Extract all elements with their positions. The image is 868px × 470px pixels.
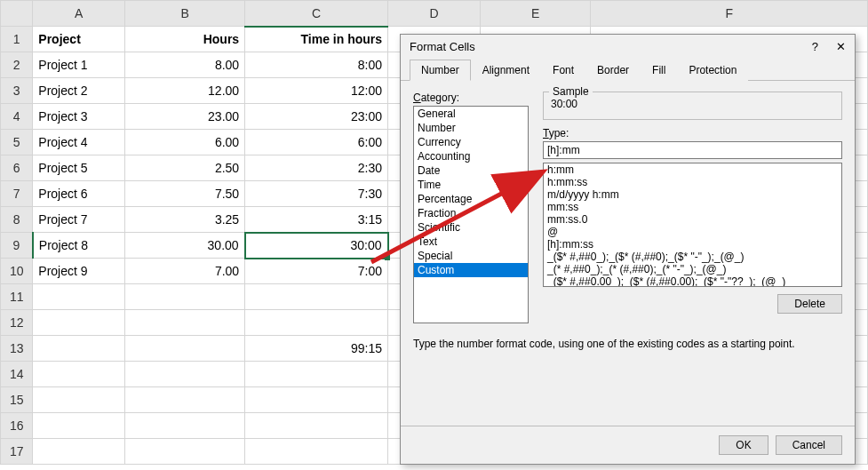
category-item[interactable]: Percentage — [414, 192, 528, 206]
row-header[interactable]: 2 — [1, 52, 33, 78]
type-input[interactable] — [543, 141, 842, 159]
type-item[interactable]: mm:ss — [544, 201, 841, 213]
tab-protection[interactable]: Protection — [677, 60, 748, 81]
row-header[interactable]: 5 — [1, 130, 33, 155]
row-header[interactable]: 7 — [1, 181, 33, 207]
dialog-tabs: Number Alignment Font Border Fill Protec… — [401, 59, 855, 81]
category-item[interactable]: Time — [414, 178, 528, 192]
close-icon[interactable]: ✕ — [836, 40, 846, 53]
category-item[interactable]: Scientific — [414, 220, 528, 235]
type-item[interactable]: _($* #,##0_);_($* (#,##0);_($* "-"_);_(@… — [544, 251, 841, 263]
cell[interactable]: Project 5 — [33, 155, 125, 181]
col-header-c[interactable]: C — [245, 1, 388, 27]
cell[interactable]: Project 8 — [33, 233, 125, 259]
format-hint: Type the number format code, using one o… — [401, 331, 855, 357]
row-header[interactable]: 14 — [1, 362, 33, 387]
category-item[interactable]: Number — [414, 121, 528, 135]
cell[interactable]: Project 2 — [33, 78, 125, 104]
type-item[interactable]: m/d/yyyy h:mm — [544, 188, 841, 201]
row-header[interactable]: 6 — [1, 155, 33, 181]
cell[interactable]: 7.50 — [125, 181, 245, 207]
cell[interactable]: Project 9 — [33, 259, 125, 284]
category-item[interactable]: Currency — [414, 135, 528, 149]
cell[interactable]: 23:00 — [245, 104, 388, 130]
cell[interactable]: 2:30 — [245, 155, 388, 181]
cancel-button[interactable]: Cancel — [776, 435, 842, 455]
col-header-a[interactable]: A — [33, 1, 125, 27]
type-item[interactable]: [h]:mm:ss — [544, 238, 841, 251]
row-header[interactable]: 3 — [1, 78, 33, 104]
row-header[interactable]: 1 — [1, 27, 33, 52]
cell[interactable]: 3:15 — [245, 207, 388, 233]
cell[interactable]: 7.00 — [125, 259, 245, 284]
cell[interactable]: Project — [33, 27, 125, 52]
col-header-b[interactable]: B — [125, 1, 245, 27]
type-list[interactable]: h:mm h:mm:ss m/d/yyyy h:mm mm:ss mm:ss.0… — [543, 163, 842, 287]
col-header-e[interactable]: E — [480, 1, 591, 27]
cell[interactable]: 12:00 — [245, 78, 388, 104]
cell[interactable]: Hours — [125, 27, 245, 52]
category-item-custom[interactable]: Custom — [414, 263, 528, 277]
cell[interactable]: Project 3 — [33, 104, 125, 130]
col-header-f[interactable]: F — [591, 1, 868, 27]
cell[interactable]: 6.00 — [125, 130, 245, 155]
cell[interactable]: 12.00 — [125, 78, 245, 104]
row-header[interactable]: 16 — [1, 413, 33, 439]
cell[interactable]: Project 4 — [33, 130, 125, 155]
type-item[interactable]: _($* #,##0.00_);_($* (#,##0.00);_($* "-"… — [544, 275, 841, 287]
cell[interactable]: 30.00 — [125, 233, 245, 259]
row-header[interactable]: 9 — [1, 233, 33, 259]
cell[interactable]: Project 1 — [33, 52, 125, 78]
ok-button[interactable]: OK — [719, 435, 768, 455]
tab-fill[interactable]: Fill — [641, 60, 677, 81]
row-header[interactable]: 11 — [1, 284, 33, 310]
category-list[interactable]: General Number Currency Accounting Date … — [413, 106, 529, 323]
category-label: Category: — [413, 92, 529, 104]
cell[interactable]: Project 6 — [33, 181, 125, 207]
cell-total[interactable]: 99:15 — [245, 336, 388, 362]
row-header[interactable]: 13 — [1, 336, 33, 362]
cell[interactable]: Time in hours — [245, 27, 388, 52]
category-item[interactable]: Date — [414, 163, 528, 178]
row-header[interactable]: 4 — [1, 104, 33, 130]
cell[interactable]: 7:30 — [245, 181, 388, 207]
cell[interactable]: 8:00 — [245, 52, 388, 78]
selected-cell[interactable]: 30:00 — [245, 233, 388, 259]
format-cells-dialog: Format Cells ? ✕ Number Alignment Font B… — [400, 34, 856, 465]
row-header[interactable]: 8 — [1, 207, 33, 233]
dialog-title: Format Cells — [410, 40, 475, 53]
col-header-d[interactable]: D — [388, 1, 481, 27]
row-header[interactable]: 12 — [1, 310, 33, 336]
type-label: Type: — [543, 127, 842, 139]
category-item[interactable]: General — [414, 107, 528, 121]
category-item[interactable]: Fraction — [414, 206, 528, 220]
type-item[interactable]: _(* #,##0_);_(* (#,##0);_(* "-"_);_(@_) — [544, 263, 841, 275]
tab-number[interactable]: Number — [410, 60, 471, 81]
cell[interactable]: 6:00 — [245, 130, 388, 155]
type-item[interactable]: h:mm:ss — [544, 176, 841, 188]
help-icon[interactable]: ? — [812, 40, 818, 53]
corner-cell[interactable] — [1, 1, 33, 27]
cell[interactable]: 8.00 — [125, 52, 245, 78]
tab-border[interactable]: Border — [585, 60, 641, 81]
type-item[interactable]: h:mm — [544, 163, 841, 176]
category-item[interactable]: Accounting — [414, 149, 528, 163]
tab-alignment[interactable]: Alignment — [471, 60, 541, 81]
sample-box: Sample 30:00 — [543, 92, 842, 120]
sample-value: 30:00 — [551, 98, 834, 110]
category-item[interactable]: Special — [414, 249, 528, 263]
cell[interactable]: 3.25 — [125, 207, 245, 233]
cell[interactable]: Project 7 — [33, 207, 125, 233]
cell[interactable]: 2.50 — [125, 155, 245, 181]
row-header[interactable]: 17 — [1, 439, 33, 465]
cell[interactable]: 23.00 — [125, 104, 245, 130]
type-item[interactable]: @ — [544, 226, 841, 238]
row-header[interactable]: 15 — [1, 387, 33, 413]
sample-label: Sample — [549, 85, 593, 98]
category-item[interactable]: Text — [414, 235, 528, 249]
tab-font[interactable]: Font — [541, 60, 585, 81]
row-header[interactable]: 10 — [1, 259, 33, 284]
type-item[interactable]: mm:ss.0 — [544, 213, 841, 226]
cell[interactable]: 7:00 — [245, 259, 388, 284]
delete-button[interactable]: Delete — [777, 294, 842, 314]
